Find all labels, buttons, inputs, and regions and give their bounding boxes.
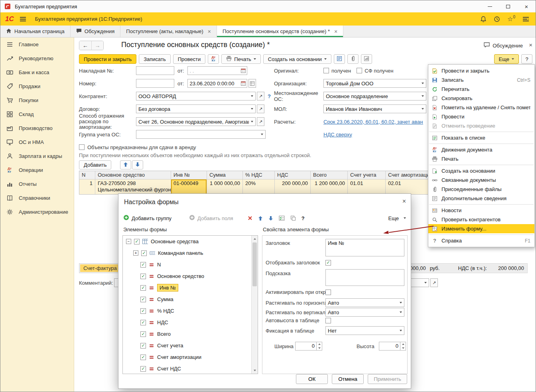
title-prop-input[interactable]: Инв № (325, 239, 404, 256)
tab-home[interactable]: Начальная страница (0, 26, 71, 37)
tree-scrollbar[interactable] (251, 236, 258, 374)
dialog-help-button[interactable]: ? (302, 215, 305, 221)
save-button[interactable]: Записать (139, 54, 171, 64)
tree-item-sum[interactable]: ✓Сумма (123, 294, 258, 305)
checkbox[interactable]: ✓ (140, 320, 146, 325)
dropdown-icon[interactable] (249, 118, 255, 126)
post-button[interactable]: Провести (173, 54, 206, 64)
tree-item-command-bar[interactable]: + ✓ Командная панель (123, 247, 258, 259)
menu-item-reread[interactable]: Перечитать (428, 85, 534, 94)
sidebar-item-purchases[interactable]: Покупки (0, 93, 74, 107)
sidebar-item-fixed-assets[interactable]: ОС и НМА (0, 135, 74, 149)
rent-checkbox[interactable] (79, 144, 85, 150)
open-contract-button[interactable]: ↗ (257, 104, 264, 113)
number-settings-button[interactable] (248, 79, 256, 88)
tree-item-vat[interactable]: ✓НДС (123, 317, 258, 328)
post-and-close-button[interactable]: Провести и закрыть (79, 54, 136, 64)
create-based-button[interactable]: Создать на основании (263, 54, 331, 64)
checkbox[interactable]: ✓ (141, 250, 147, 256)
dtkt-postings-button[interactable]: ДтКт (208, 54, 219, 64)
close-dialog-button[interactable]: × (402, 198, 406, 205)
close-window-button[interactable]: × (517, 0, 536, 12)
col-header-asset[interactable]: Основное средство (95, 171, 171, 179)
reports-panel-button[interactable] (361, 54, 372, 64)
tree-item-vat-account[interactable]: ✓Счет НДС (123, 363, 258, 374)
sidebar-item-production[interactable]: Производство (0, 121, 74, 135)
menu-item-news[interactable]: Новости (428, 206, 534, 215)
menu-item-edit-form[interactable]: Изменить форму... (428, 224, 534, 233)
menu-item-save[interactable]: ЗаписатьCtrl+S (428, 75, 534, 85)
sidebar-item-sales[interactable]: Продажи (0, 79, 74, 93)
tab-discussions[interactable]: Обсуждения (71, 26, 121, 37)
menu-item-print[interactable]: Печать (428, 154, 534, 163)
checkbox[interactable]: ✓ (140, 285, 146, 291)
menu-item-create-based[interactable]: Создать на основании (428, 166, 534, 175)
cell-account[interactable]: 01.01 (348, 179, 386, 194)
col-header-account[interactable]: Счет учета (348, 171, 386, 179)
delete-element-button[interactable] (248, 216, 252, 221)
cell-sum[interactable]: 1 000 000,00 (207, 179, 243, 194)
tab-receipts-list[interactable]: Поступление (акты, накладные) × (120, 26, 217, 37)
received-checkbox[interactable] (323, 68, 329, 73)
cell-vat-pct[interactable]: 20% (243, 179, 275, 194)
dropdown-icon[interactable] (420, 92, 426, 100)
calendar-icon[interactable] (240, 67, 247, 75)
menu-item-related-docs[interactable]: Связанные документы (428, 175, 534, 185)
organization-input[interactable]: Торговый Дом ООО (323, 79, 426, 88)
menu-item-copy[interactable]: Скопировать (428, 94, 534, 103)
main-menu-icon[interactable] (20, 16, 26, 22)
close-tab-icon[interactable]: × (208, 28, 211, 35)
collapse-icon[interactable]: − (126, 239, 131, 244)
menu-item-post-close[interactable]: Провести и закрыть (428, 66, 534, 75)
help-button[interactable]: ? (521, 54, 532, 64)
open-depreciation-button[interactable]: ↗ (257, 117, 264, 126)
menu-item-show-in-list[interactable]: Показать в списке (428, 133, 534, 142)
toolbar-settings-icon[interactable] (522, 16, 529, 22)
checkbox[interactable]: ✓ (140, 308, 146, 314)
sf-received-checkbox[interactable] (357, 68, 362, 73)
invoice-no-input[interactable] (136, 66, 174, 75)
dropdown-icon[interactable] (398, 299, 404, 307)
menu-item-help[interactable]: ?СправкаF1 (428, 236, 534, 245)
checkbox[interactable]: ✓ (140, 274, 146, 279)
tab-asset-receipt[interactable]: Поступление основных средств (создание) … (217, 26, 343, 37)
col-header-vat-pct[interactable]: % НДС (243, 171, 275, 179)
expand-icon[interactable]: + (133, 250, 138, 256)
dropdown-icon[interactable] (398, 308, 404, 316)
sidebar-item-payroll-hr[interactable]: Зарплата и кадры (0, 149, 74, 163)
move-down-button[interactable] (268, 216, 273, 221)
sidebar-item-bank-cash[interactable]: Банк и касса (0, 65, 74, 79)
tree-item-inv[interactable]: ✓Инв № (123, 282, 258, 294)
tree-item-n[interactable]: ✓N (123, 259, 258, 270)
sidebar-item-main[interactable]: Главное (0, 37, 74, 51)
tree-item-vat-pct[interactable]: ✓% НДС (123, 305, 258, 317)
sidebar-item-administration[interactable]: Администрирование (0, 205, 74, 219)
stretch-h-select[interactable]: Авто (325, 298, 404, 307)
dropdown-icon[interactable] (420, 79, 426, 87)
cell-asset[interactable]: ГАЗ-270500 298Цельнометаллический фургон (95, 179, 171, 194)
minimize-button[interactable] (481, 0, 499, 12)
col-header-sum[interactable]: Сумма (207, 171, 243, 179)
menu-item-attached-files[interactable]: Присоединенные файлы (428, 185, 534, 194)
depreciation-input[interactable]: Счет 26, Основное подразделение, Амортиз… (136, 117, 256, 126)
invoice-date-input[interactable]: . . (187, 66, 247, 75)
tree-item-total[interactable]: ✓Всего (123, 328, 258, 340)
checkbox[interactable]: ✓ (140, 262, 146, 268)
edo-button[interactable] (334, 54, 345, 64)
dropdown-icon[interactable] (249, 105, 255, 113)
dropdown-icon[interactable] (398, 327, 404, 335)
more-button[interactable]: Еще (494, 54, 519, 64)
contract-input[interactable]: Без договора (136, 104, 256, 113)
sidebar-item-reports[interactable]: Отчеты (0, 177, 74, 191)
tree-item-assets-table[interactable]: − ✓ Основные средства (123, 236, 258, 247)
dropdown-icon[interactable] (422, 279, 429, 287)
dropdown-icon[interactable] (420, 105, 426, 113)
spinner-icons[interactable] (316, 342, 322, 350)
dropdown-icon[interactable] (249, 92, 255, 100)
print-button[interactable]: Печать (221, 54, 261, 64)
attachments-button[interactable] (347, 54, 359, 64)
ok-button[interactable]: ОК (296, 374, 328, 384)
move-up-button[interactable] (258, 216, 263, 221)
asset-group-input[interactable] (136, 130, 266, 139)
sidebar-item-manager[interactable]: Руководителю (0, 51, 74, 65)
